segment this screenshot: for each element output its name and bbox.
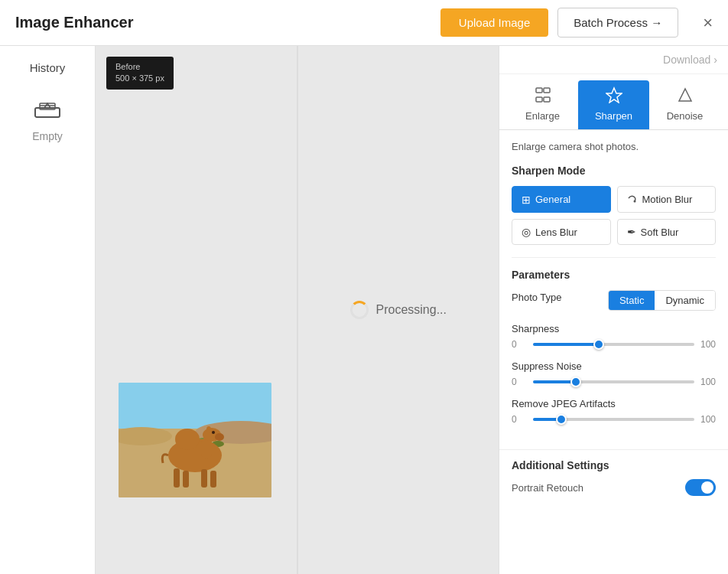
tab-denoise-label: Denoise xyxy=(667,110,704,122)
svg-marker-25 xyxy=(606,88,622,103)
mode-motion-blur-button[interactable]: Motion Blur xyxy=(617,186,717,213)
sidebar-empty-label: Empty xyxy=(32,130,63,142)
tab-enlarge-label: Enlarge xyxy=(525,110,560,122)
tab-enlarge[interactable]: Enlarge xyxy=(507,80,578,129)
portrait-retouch-label: Portrait Retouch xyxy=(512,482,583,494)
enlarge-icon xyxy=(535,86,551,107)
sharpen-icon xyxy=(606,86,622,107)
tab-sharpen-label: Sharpen xyxy=(595,110,632,122)
download-button[interactable]: Download › xyxy=(663,54,717,66)
batch-process-button[interactable]: Batch Process → xyxy=(557,8,678,38)
mode-general-button[interactable]: ⊞ General xyxy=(512,186,611,213)
loading-spinner xyxy=(350,301,369,319)
motion-blur-label: Motion Blur xyxy=(642,194,693,205)
close-button[interactable]: × xyxy=(703,15,713,31)
header-actions: Upload Image Batch Process → × xyxy=(440,8,713,38)
main-layout: History Empty Before 500 × 375 px xyxy=(0,46,728,574)
panel-content: Enlarge camera shot photos. Sharpen Mode… xyxy=(499,130,728,446)
svg-point-27 xyxy=(633,201,635,203)
tray-icon xyxy=(34,97,61,124)
right-panel: Download › Enlarge xyxy=(499,46,728,574)
remove-jpeg-row: Remove JPEG Artifacts 0 100 xyxy=(512,398,716,425)
app-title: Image Enhancer xyxy=(15,14,134,31)
remove-jpeg-track: 0 100 xyxy=(512,414,716,425)
sharpness-track: 0 100 xyxy=(512,339,716,350)
sharpness-max: 100 xyxy=(700,339,716,350)
svg-rect-23 xyxy=(536,97,542,102)
remove-jpeg-label: Remove JPEG Artifacts xyxy=(512,398,716,409)
sharpness-row: Sharpness 0 100 xyxy=(512,323,716,350)
suppress-noise-slider[interactable] xyxy=(533,380,694,383)
suppress-noise-min: 0 xyxy=(512,377,527,387)
processing-text: Processing... xyxy=(376,303,447,317)
tab-sharpen[interactable]: Sharpen xyxy=(578,80,649,129)
sidebar: History Empty xyxy=(0,46,96,574)
soft-blur-icon: ✒ xyxy=(627,226,636,238)
sharpness-slider[interactable] xyxy=(533,343,694,346)
upload-button[interactable]: Upload Image xyxy=(440,8,548,37)
svg-rect-22 xyxy=(544,88,550,93)
right-panel-header: Download › xyxy=(499,46,728,74)
chevron-right-icon: › xyxy=(713,54,717,66)
motion-blur-icon xyxy=(627,193,638,206)
svg-point-14 xyxy=(215,433,224,441)
svg-rect-19 xyxy=(201,469,207,488)
svg-rect-24 xyxy=(544,97,550,102)
mode-tabs: Enlarge Sharpen Denoise xyxy=(499,74,728,130)
before-panel: Before 500 × 375 px xyxy=(96,46,297,574)
soft-blur-label: Soft Blur xyxy=(641,227,679,238)
svg-rect-21 xyxy=(536,88,542,93)
suppress-noise-row: Suppress Noise 0 100 xyxy=(512,360,716,387)
general-mode-label: General xyxy=(535,194,570,205)
additional-settings-section: Additional Settings Portrait Retouch xyxy=(499,449,728,508)
photo-type-row: Photo Type Static Dynamic xyxy=(512,290,716,311)
sharpness-label: Sharpness xyxy=(512,323,716,334)
portrait-retouch-toggle[interactable] xyxy=(685,479,716,496)
panel-description: Enlarge camera shot photos. xyxy=(512,141,716,152)
sharpness-min: 0 xyxy=(512,339,527,350)
photo-type-static-button[interactable]: Static xyxy=(609,291,655,310)
after-panel: Processing... xyxy=(298,46,499,574)
svg-rect-17 xyxy=(174,468,180,488)
portrait-retouch-row: Portrait Retouch xyxy=(512,479,716,496)
svg-point-11 xyxy=(175,429,200,450)
remove-jpeg-min: 0 xyxy=(512,414,527,425)
general-mode-icon: ⊞ xyxy=(522,194,531,206)
suppress-noise-label: Suppress Noise xyxy=(512,360,716,372)
denoise-icon xyxy=(677,86,694,107)
photo-type-dynamic-button[interactable]: Dynamic xyxy=(655,291,715,310)
photo-type-toggle: Static Dynamic xyxy=(608,290,716,311)
mode-lens-blur-button[interactable]: ◎ Lens Blur xyxy=(512,219,611,245)
lens-blur-icon: ◎ xyxy=(522,226,531,238)
parameters-title: Parameters xyxy=(512,269,716,281)
sidebar-history-label: History xyxy=(30,61,66,74)
suppress-noise-track: 0 100 xyxy=(512,377,716,387)
svg-rect-20 xyxy=(210,471,216,488)
svg-point-15 xyxy=(212,431,215,434)
before-label: Before 500 × 375 px xyxy=(106,57,174,90)
remove-jpeg-max: 100 xyxy=(700,414,716,425)
lens-blur-label: Lens Blur xyxy=(535,227,577,238)
canvas-area: Before 500 × 375 px xyxy=(96,46,499,574)
mode-soft-blur-button[interactable]: ✒ Soft Blur xyxy=(617,219,717,245)
tab-denoise[interactable]: Denoise xyxy=(649,80,720,129)
additional-settings-title: Additional Settings xyxy=(512,450,716,479)
svg-point-16 xyxy=(206,426,211,432)
divider xyxy=(512,257,716,258)
toggle-slider-indicator xyxy=(685,479,716,496)
photo-type-label: Photo Type xyxy=(512,292,562,303)
svg-rect-18 xyxy=(183,471,189,488)
remove-jpeg-slider[interactable] xyxy=(533,418,694,421)
svg-marker-26 xyxy=(679,89,691,101)
camel-image xyxy=(119,383,271,497)
suppress-noise-max: 100 xyxy=(700,377,716,387)
sharpen-modes-grid: ⊞ General Motion Blur ◎ Lens Blur xyxy=(512,186,716,245)
sharpen-mode-title: Sharpen Mode xyxy=(512,165,716,177)
header: Image Enhancer Upload Image Batch Proces… xyxy=(0,0,728,46)
processing-indicator: Processing... xyxy=(350,301,447,319)
